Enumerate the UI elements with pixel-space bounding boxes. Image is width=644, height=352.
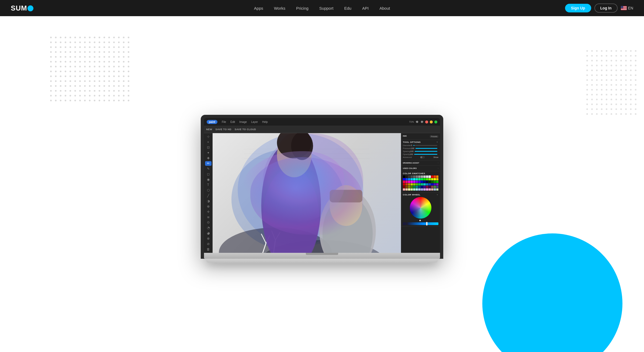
signup-button[interactable]: Sign Up <box>565 4 591 12</box>
hex-slider[interactable] <box>407 222 438 225</box>
hex-slider-thumb[interactable] <box>426 222 428 226</box>
login-button[interactable]: Log In <box>594 4 618 13</box>
cursor-tool[interactable]: ⊹ <box>205 134 212 139</box>
swatch-cell[interactable] <box>416 188 418 191</box>
swatch-cell[interactable] <box>421 188 423 191</box>
swatch-cell[interactable] <box>413 175 416 178</box>
close-btn[interactable] <box>425 120 428 123</box>
color-dot[interactable] <box>419 220 421 221</box>
swatch-cell[interactable] <box>436 186 439 188</box>
blur-tool[interactable]: ⊙ <box>205 220 212 225</box>
menu-file[interactable]: File <box>222 120 226 123</box>
shape-tool[interactable]: ⬡ <box>205 188 212 193</box>
menu-image[interactable]: Image <box>239 120 247 123</box>
swatch-cell[interactable] <box>416 183 418 186</box>
swatch-cell[interactable] <box>416 186 418 188</box>
swatch-cell[interactable] <box>403 188 405 191</box>
swatch-cell[interactable] <box>416 178 418 181</box>
trash-tool[interactable]: 🗑 <box>205 247 212 252</box>
swatch-cell[interactable] <box>426 178 428 181</box>
swatch-cell[interactable] <box>423 188 426 191</box>
swatch-cell[interactable] <box>406 188 408 191</box>
pencil-tool[interactable]: ✎ <box>205 166 212 171</box>
swatch-cell[interactable] <box>434 181 436 183</box>
swatch-cell[interactable] <box>421 175 423 178</box>
drawing-assist-arrow[interactable]: › <box>438 162 438 164</box>
swatch-cell[interactable] <box>406 183 408 186</box>
swatch-cell[interactable] <box>411 181 413 183</box>
diameter-slider[interactable] <box>413 145 437 146</box>
swatch-cell[interactable] <box>403 178 405 181</box>
nav-api[interactable]: API <box>362 6 369 11</box>
swatch-cell[interactable] <box>421 178 423 181</box>
swatch-cell[interactable] <box>436 183 439 186</box>
swatch-cell[interactable] <box>418 178 421 181</box>
swatch-cell[interactable] <box>418 188 421 191</box>
swatch-cell[interactable] <box>403 181 405 183</box>
swatch-cell[interactable] <box>408 175 410 178</box>
burn-tool[interactable]: ◕ <box>205 231 212 236</box>
swatch-cell[interactable] <box>426 183 428 186</box>
toolbar-save-hd[interactable]: SAVE TO HD <box>216 128 231 131</box>
swatch-cell[interactable] <box>436 178 439 181</box>
swatch-cell[interactable] <box>428 175 431 178</box>
swatch-cell[interactable] <box>421 181 423 183</box>
swatch-cell[interactable] <box>428 186 431 188</box>
opacity-slider[interactable] <box>414 154 437 155</box>
line-tool[interactable]: ╱ <box>205 193 212 198</box>
swatch-cell[interactable] <box>413 188 416 191</box>
minimize-btn[interactable] <box>430 120 433 123</box>
pressure-slider[interactable] <box>416 148 437 149</box>
dodge-tool[interactable]: ◔ <box>205 225 212 230</box>
text-tool[interactable]: T <box>205 182 212 187</box>
heal-tool[interactable]: ✚ <box>205 156 212 161</box>
swatch-cell[interactable] <box>411 186 413 188</box>
tool-options-toggle[interactable]: ▼ <box>436 141 438 143</box>
nav-support[interactable]: Support <box>319 6 334 11</box>
swatch-cell[interactable] <box>416 181 418 183</box>
swatch-cell[interactable] <box>426 188 428 191</box>
swatch-cell[interactable] <box>431 181 434 183</box>
swatch-cell[interactable] <box>426 186 428 188</box>
swatch-cell[interactable] <box>411 183 413 186</box>
nav-about[interactable]: About <box>379 6 390 11</box>
maximize-btn[interactable] <box>434 120 437 123</box>
swatch-cell[interactable] <box>418 186 421 188</box>
color-wheel-toggle[interactable]: ▼ <box>437 194 438 196</box>
swatch-cell[interactable] <box>413 178 416 181</box>
swatch-cell[interactable] <box>434 183 436 186</box>
move-tool[interactable]: ✛ <box>205 209 212 214</box>
swatch-cell[interactable] <box>431 178 434 181</box>
spacing-slider[interactable] <box>415 151 437 152</box>
crop-tool[interactable]: ⊡ <box>205 145 212 150</box>
presets-dropdown[interactable]: Presets <box>430 135 438 138</box>
swatch-cell[interactable] <box>411 178 413 181</box>
used-colors-arrow[interactable]: › <box>438 167 438 169</box>
swatch-cell[interactable] <box>426 175 428 178</box>
nav-pricing[interactable]: Pricing <box>296 6 309 11</box>
nav-works[interactable]: Works <box>274 6 285 11</box>
swatch-cell[interactable] <box>408 186 410 188</box>
swatch-cell[interactable] <box>428 178 431 181</box>
clone-tool[interactable]: ⊗ <box>205 236 212 241</box>
brush-tool[interactable]: ✏ <box>205 161 212 166</box>
zoom-tool[interactable]: ⊕ <box>205 204 212 209</box>
swatch-cell[interactable] <box>423 183 426 186</box>
swatch-cell[interactable] <box>423 186 426 188</box>
color-wheel[interactable] <box>410 197 431 219</box>
swatch-cell[interactable] <box>434 175 436 178</box>
advanced-toggle[interactable] <box>420 156 425 158</box>
swatch-cell[interactable] <box>413 181 416 183</box>
language-selector[interactable]: EN <box>621 6 633 10</box>
swatch-cell[interactable] <box>426 181 428 183</box>
wand-tool[interactable]: ✦ <box>205 150 212 155</box>
gradient-tool[interactable]: ◑ <box>205 199 212 203</box>
nav-apps[interactable]: Apps <box>254 6 263 11</box>
swatch-cell[interactable] <box>428 188 431 191</box>
swatch-cell[interactable] <box>431 183 434 186</box>
swatch-cell[interactable] <box>413 183 416 186</box>
swatch-cell[interactable] <box>408 181 410 183</box>
swatch-cell[interactable] <box>403 175 405 178</box>
swatch-cell[interactable] <box>428 181 431 183</box>
swatch-cell[interactable] <box>418 183 421 186</box>
